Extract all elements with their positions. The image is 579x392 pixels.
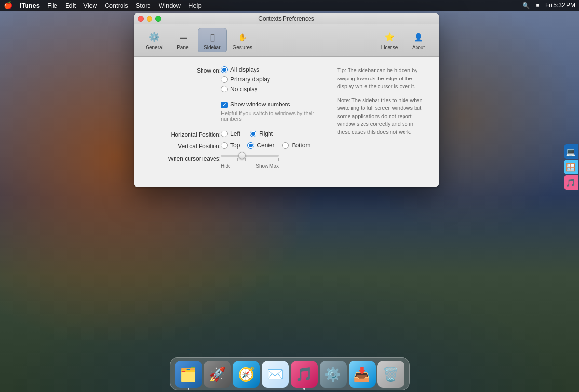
menubar-list-icon[interactable]: ≡ — [536, 2, 539, 9]
about-icon: 👤 — [412, 30, 425, 44]
radio-right-label: Right — [259, 131, 273, 137]
tab-panel[interactable]: ▬ Panel — [169, 28, 198, 52]
radio-primary-display[interactable]: Primary display — [221, 76, 270, 83]
tab-license[interactable]: ⭐ License — [375, 28, 404, 52]
itunes-icon-emoji: 🎵 — [296, 366, 312, 382]
cursor-leaves-label: When cursor leaves: — [148, 155, 221, 162]
menubar-itunes[interactable]: iTunes — [20, 2, 40, 9]
menubar-right: 🔍 ≡ Fri 5:32 PM — [522, 2, 575, 9]
menubar-window[interactable]: Window — [159, 2, 181, 9]
radio-center-circle — [247, 142, 254, 149]
slider-track — [221, 155, 279, 157]
tick-4 — [245, 158, 246, 161]
sidebar-icon: ▯ — [205, 30, 219, 44]
dock-itunes[interactable]: 🎵 — [291, 361, 318, 388]
sidebar-strip-item-3[interactable]: 🎵 — [564, 175, 578, 190]
tick-1 — [221, 158, 221, 161]
sidebar-strip-item-1[interactable]: 💻 — [564, 144, 578, 159]
dock-finder[interactable]: 🗂️ — [175, 361, 202, 388]
radio-bottom-circle — [282, 142, 289, 149]
dock-safari[interactable]: 🧭 — [233, 361, 260, 388]
dock-mail[interactable]: ✉️ — [262, 361, 289, 388]
panel-icon: ▬ — [176, 30, 190, 44]
close-button[interactable] — [138, 16, 144, 22]
trash-icon-emoji: 🗑️ — [382, 366, 399, 382]
tick-8 — [278, 158, 279, 161]
cursor-leaves-section: When cursor leaves: — [148, 155, 328, 169]
tick-3 — [237, 158, 238, 161]
mail-icon-emoji: ✉️ — [267, 366, 283, 382]
tab-general[interactable]: ⚙️ General — [140, 28, 169, 52]
window-title: Contexts Preferences — [258, 15, 314, 22]
tab-about-label: About — [412, 45, 425, 50]
menubar-file[interactable]: File — [47, 2, 57, 9]
radio-bottom[interactable]: Bottom — [282, 142, 310, 149]
slider-container: Hide Show Max — [221, 155, 279, 169]
safari-icon-emoji: 🧭 — [238, 366, 255, 382]
show-numbers-checkbox[interactable]: ✓ — [221, 102, 228, 108]
dock-trash[interactable]: 🗑️ — [377, 361, 404, 388]
settings-icon-emoji: ⚙️ — [324, 366, 341, 382]
radio-all-displays-dot — [222, 68, 226, 72]
gestures-icon: ✋ — [236, 30, 249, 44]
tab-sidebar-label: Sidebar — [204, 45, 220, 50]
tick-7 — [270, 158, 270, 161]
preferences-window: Contexts Preferences ⚙️ General ▬ Panel … — [134, 13, 439, 187]
radio-left[interactable]: Left — [221, 131, 240, 137]
tip-text-2: Note: The sidebar tries to hide when swi… — [337, 96, 424, 136]
maximize-button[interactable] — [155, 16, 161, 22]
radio-right[interactable]: Right — [250, 131, 273, 137]
downloads-icon-emoji: 📥 — [353, 366, 370, 382]
menubar-search-icon[interactable]: 🔍 — [522, 2, 530, 9]
launchpad-icon: 🚀 — [209, 366, 226, 382]
menubar-help[interactable]: Help — [189, 2, 202, 9]
toolbar: ⚙️ General ▬ Panel ▯ Sidebar ✋ Gestures … — [134, 24, 439, 57]
dock-downloads[interactable]: 📥 — [349, 361, 376, 388]
show-on-section: Show on: All displays Primary display — [148, 66, 328, 92]
license-icon: ⭐ — [383, 30, 396, 44]
radio-top[interactable]: Top — [221, 142, 240, 149]
radio-primary-circle — [221, 76, 228, 83]
vertical-position-section: Vertical Position: Top Center Bot — [148, 142, 328, 150]
dock: 🗂️ 🚀 🧭 ✉️ 🎵 ⚙️ 📥 🗑️ — [170, 357, 410, 390]
titlebar-buttons — [138, 16, 161, 22]
slider-labels: Hide Show Max — [221, 163, 279, 169]
apple-menu[interactable]: 🍎 — [4, 1, 12, 9]
radio-no-display[interactable]: No display — [221, 86, 270, 92]
tab-about[interactable]: 👤 About — [404, 28, 433, 52]
horizontal-position-label: Horizontal Position: — [148, 131, 221, 138]
tab-sidebar[interactable]: ▯ Sidebar — [198, 28, 227, 52]
tab-gestures-label: Gestures — [232, 45, 252, 50]
menubar: 🍎 iTunes File Edit View Controls Store W… — [0, 0, 579, 11]
radio-no-circle — [221, 86, 228, 92]
radio-right-circle — [250, 131, 256, 137]
minimize-button[interactable] — [147, 16, 152, 22]
finder-icon: 🗂️ — [180, 366, 197, 382]
radio-no-label: No display — [230, 86, 257, 92]
sidebar-strip-item-2[interactable]: 🪟 — [564, 160, 578, 174]
menubar-store[interactable]: Store — [136, 2, 151, 9]
menubar-controls[interactable]: Controls — [105, 2, 128, 9]
tab-gestures[interactable]: ✋ Gestures — [227, 28, 258, 52]
dock-dot-finder — [188, 388, 189, 390]
general-icon: ⚙️ — [148, 30, 161, 44]
menubar-view[interactable]: View — [83, 2, 97, 9]
show-on-label: Show on: — [148, 66, 221, 74]
toolbar-right: ⭐ License 👤 About — [375, 28, 433, 52]
titlebar: Contexts Preferences — [134, 13, 439, 24]
checkmark-icon: ✓ — [222, 103, 226, 107]
dock-launchpad[interactable]: 🚀 — [204, 361, 231, 388]
tab-license-label: License — [381, 45, 398, 50]
radio-center[interactable]: Center — [247, 142, 274, 149]
slider-thumb[interactable] — [238, 152, 246, 159]
menubar-edit[interactable]: Edit — [65, 2, 76, 9]
tip-section: Tip: The sidebar can be hidden by swipin… — [337, 66, 424, 177]
sidebar-strip: 💻 🪟 🎵 — [564, 144, 579, 190]
radio-all-displays[interactable]: All displays — [221, 66, 270, 73]
slider-min-label: Hide — [221, 163, 231, 169]
tick-5 — [254, 158, 254, 161]
show-numbers-row[interactable]: ✓ Show window numbers — [221, 101, 328, 108]
dock-settings[interactable]: ⚙️ — [320, 361, 347, 388]
radio-top-label: Top — [230, 142, 240, 149]
tip-text-1: Tip: The sidebar can be hidden by swipin… — [337, 66, 424, 91]
